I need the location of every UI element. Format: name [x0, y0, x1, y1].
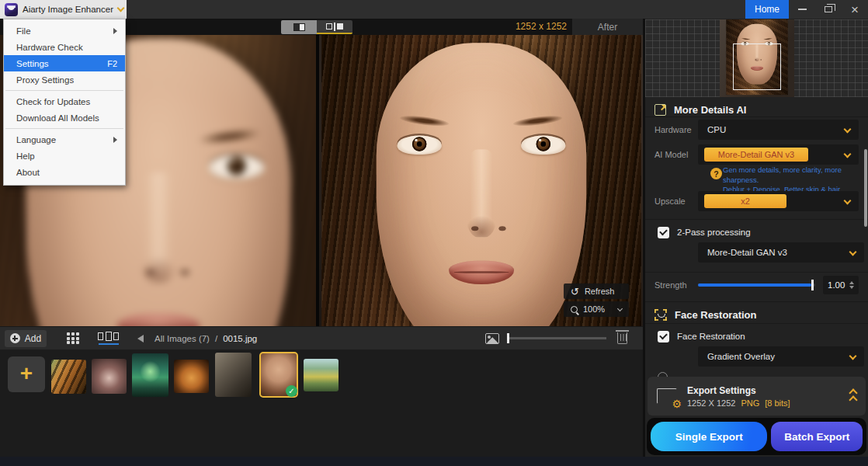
home-button[interactable]: Home: [745, 0, 789, 19]
section-face-restoration: Face Restoration: [645, 304, 868, 325]
chevron-down-icon: [844, 126, 852, 134]
back-arrow-button[interactable]: [137, 335, 144, 343]
single-view-toggle[interactable]: [281, 20, 317, 34]
add-icon: [10, 333, 20, 343]
menu-item-about[interactable]: About: [4, 164, 125, 180]
grid-view-button[interactable]: [67, 332, 79, 344]
hardware-select[interactable]: CPU: [698, 120, 859, 140]
menu-item-check-for-updates[interactable]: Check for Updates: [4, 93, 125, 110]
thumbnail-robot-dog[interactable]: [215, 353, 252, 397]
strength-slider-handle[interactable]: [811, 280, 814, 290]
collapse-chevrons-icon[interactable]: [850, 390, 856, 403]
app-title: Aiarty Image Enhancer: [23, 5, 113, 14]
submenu-arrow-icon: [113, 28, 117, 34]
maximize-button[interactable]: [815, 0, 842, 19]
two-pass-model-wrap: More-Detail GAN v3: [698, 242, 864, 263]
single-view-icon: [293, 23, 305, 31]
portrait-lips: [117, 313, 200, 326]
menu-item-proxy-settings[interactable]: Proxy Settings: [4, 71, 125, 88]
chevron-down-icon: [117, 4, 125, 12]
refresh-button[interactable]: Refresh: [564, 283, 629, 299]
thumbnail-landscape[interactable]: [304, 359, 339, 391]
face-restoration-icon: [654, 309, 667, 321]
thumbnail-burger[interactable]: [174, 360, 209, 393]
chevron-down-icon: [844, 197, 852, 205]
two-pass-row: 2-Pass processing: [645, 224, 868, 240]
hardware-value: CPU: [707, 125, 726, 134]
chevron-down-icon: [849, 249, 857, 256]
minimize-button[interactable]: [789, 0, 815, 19]
portrait-eye-right: [208, 155, 264, 179]
portrait-brow-right: [762, 37, 773, 40]
face-restoration-row: Face Restoration: [645, 329, 868, 344]
export-buttons: Single Export Batch Export: [647, 418, 866, 455]
add-image-button[interactable]: Add: [5, 330, 47, 347]
zoom-level-dropdown[interactable]: 100%: [564, 301, 629, 317]
batch-export-button[interactable]: Batch Export: [771, 422, 863, 451]
more-details-icon: [654, 104, 666, 116]
title-bar: Aiarty Image Enhancer Home: [0, 0, 868, 19]
thumbnail-size-icon: [485, 333, 499, 344]
menu-separator: [5, 90, 123, 91]
after-pane[interactable]: Refresh 100%: [319, 35, 643, 326]
thumbnail-size-slider[interactable]: [507, 337, 606, 339]
panel-scrollbar[interactable]: [864, 149, 867, 227]
portrait-lips: [449, 260, 514, 283]
delete-button[interactable]: [617, 332, 627, 344]
filmstrip-view-button[interactable]: [98, 332, 119, 345]
two-pass-model-select[interactable]: More-Detail GAN v3: [698, 242, 864, 263]
after-tab[interactable]: After: [572, 19, 643, 35]
app-menu-button[interactable]: Aiarty Image Enhancer: [0, 0, 127, 19]
after-image: [341, 35, 621, 326]
chevron-down-icon: [849, 353, 857, 360]
split-view-icon: [326, 23, 343, 31]
export-settings-panel[interactable]: Export Settings 1252 X 1252 PNG [8 bits]: [648, 377, 866, 416]
thumbnail-add-new[interactable]: [8, 356, 45, 392]
menu-item-file[interactable]: File: [4, 23, 125, 39]
export-settings-icon: [657, 388, 677, 404]
two-pass-checkbox[interactable]: [658, 227, 669, 238]
close-button[interactable]: [842, 0, 868, 19]
upscale-select[interactable]: x2: [698, 191, 859, 211]
menu-item-download-all-models[interactable]: Download All Models: [4, 110, 125, 126]
menu-item-language[interactable]: Language: [4, 131, 125, 148]
menu-item-settings[interactable]: SettingsF2: [4, 55, 125, 71]
thumbnail-terrarium[interactable]: [132, 353, 168, 397]
chevron-down-icon: [617, 305, 623, 311]
export-summary: 1252 X 1252 PNG [8 bits]: [687, 398, 790, 408]
thumbnail-tiger[interactable]: [51, 360, 86, 394]
strength-value-input[interactable]: 1.00: [823, 276, 859, 294]
menu-separator: [5, 128, 123, 129]
slider-handle[interactable]: [507, 333, 509, 343]
bottom-toolbar: Add All Images (7) / 0015.jpg: [0, 326, 643, 350]
face-selection-box[interactable]: [733, 43, 781, 90]
face-restoration-checkbox[interactable]: [658, 331, 669, 343]
portrait-nose: [135, 172, 180, 283]
help-icon[interactable]: [710, 168, 722, 179]
single-export-button[interactable]: Single Export: [651, 422, 767, 451]
selected-check-icon: [286, 385, 297, 397]
portrait-brow-right: [512, 113, 564, 128]
thumbnail-butterfly[interactable]: [92, 359, 127, 394]
spinner-arrows[interactable]: [849, 281, 854, 289]
thumbnail-portrait-girl-selected[interactable]: [259, 352, 298, 398]
face-mode-select[interactable]: Gradient Overlay: [698, 346, 864, 367]
split-view-toggle[interactable]: [317, 20, 352, 34]
zoom-level-value: 100%: [583, 304, 605, 314]
menu-item-help[interactable]: Help: [4, 148, 125, 164]
app-dropdown-menu: File Hardware Check SettingsF2 Proxy Set…: [3, 19, 126, 186]
navigator-preview[interactable]: [645, 19, 868, 97]
strength-slider-fill: [698, 283, 811, 287]
strength-slider[interactable]: [698, 283, 815, 287]
collection-label[interactable]: All Images (7): [155, 334, 210, 343]
ai-model-select[interactable]: More-Detail GAN v3: [698, 144, 859, 165]
upscale-badge: x2: [704, 194, 786, 208]
menu-item-hardware-check[interactable]: Hardware Check: [4, 39, 125, 55]
maximize-icon: [825, 6, 832, 12]
portrait-nose: [464, 149, 499, 237]
app-logo-icon: [5, 3, 18, 16]
active-view-underline: [99, 343, 119, 345]
magnifier-icon: [571, 306, 578, 313]
portrait-brow-left: [399, 113, 450, 128]
submenu-arrow-icon: [113, 137, 117, 143]
